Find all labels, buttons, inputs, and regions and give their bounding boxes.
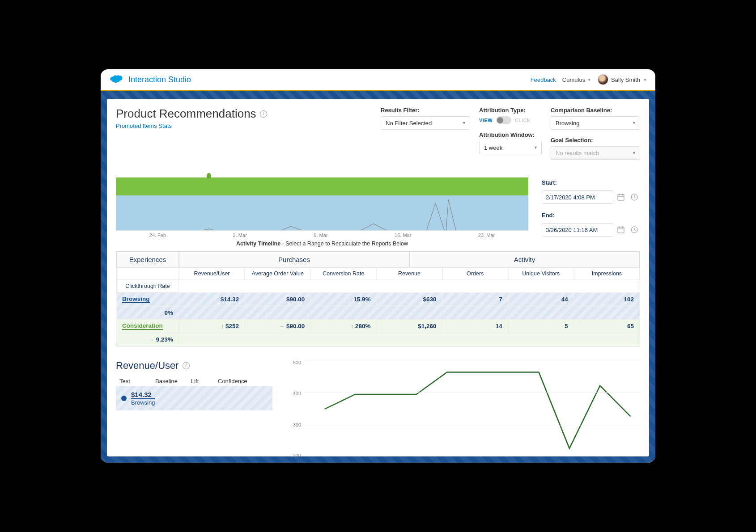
svg-rect-0 bbox=[618, 194, 624, 200]
table-col-header: Revenue bbox=[376, 267, 442, 280]
table-col-header: Average Order Value bbox=[245, 267, 310, 280]
col-spacer bbox=[116, 267, 179, 280]
calendar-icon[interactable] bbox=[615, 191, 627, 203]
chevron-down-icon: ▼ bbox=[534, 145, 538, 150]
table-cell: →$90.00 bbox=[245, 319, 310, 333]
toggle-view-label: VIEW bbox=[479, 118, 493, 123]
clock-icon[interactable] bbox=[629, 224, 640, 236]
revenue-line-chart: 500400300200 bbox=[286, 360, 640, 456]
table-cell: 5 bbox=[508, 319, 574, 333]
timeline-caption-rest: - Select a Range to Recalculate the Repo… bbox=[280, 241, 408, 247]
kpi-name: Browsing bbox=[131, 399, 155, 406]
topbar: Interaction Studio Feedback Cumulus ▼ Sa… bbox=[101, 69, 655, 91]
experience-name: Consideration bbox=[122, 322, 163, 330]
table-cell: 7 bbox=[442, 292, 508, 306]
col-experiences: Experiences bbox=[116, 252, 179, 267]
info-icon[interactable]: i bbox=[183, 362, 190, 369]
svg-rect-7 bbox=[618, 227, 624, 233]
svg-line-6 bbox=[634, 197, 636, 198]
calendar-icon[interactable] bbox=[615, 224, 627, 236]
comparison-baseline-select[interactable]: Browsing ▼ bbox=[551, 116, 640, 130]
metrics-table: Experiences Purchases Activity Revenue/U… bbox=[116, 251, 640, 346]
table-col-header: Conversion Rate bbox=[310, 267, 376, 280]
attribution-window-value: 1 week bbox=[484, 144, 502, 151]
salesforce-logo-icon bbox=[109, 74, 124, 85]
activity-timeline-chart[interactable]: 24. Feb2. Mar9. Mar16. Mar23. Mar Activi… bbox=[116, 177, 528, 247]
kpi-table: TestBaselineLiftConfidence $14.32 Browsi… bbox=[116, 376, 272, 410]
end-date-value: 3/26/2020 11:16 AM bbox=[546, 227, 598, 233]
page-title-text: Product Recommendations bbox=[116, 107, 256, 121]
goal-selection-value: No results match bbox=[556, 150, 599, 156]
timeline-tick: 9. Mar bbox=[314, 232, 327, 238]
table-cell: $90.00 bbox=[245, 292, 310, 306]
results-filter-value: No Filter Selected bbox=[386, 120, 432, 127]
results-filter-select[interactable]: No Filter Selected ▼ bbox=[381, 116, 470, 130]
y-tick: 400 bbox=[286, 391, 301, 396]
toggle-click-label: CLICK bbox=[515, 118, 531, 123]
start-date-value: 2/17/2020 4:08 PM bbox=[546, 194, 595, 201]
chevron-down-icon: ▼ bbox=[632, 121, 636, 125]
table-col-header: Orders bbox=[442, 267, 508, 280]
decorative-strip bbox=[101, 91, 655, 99]
results-filter-label: Results Filter: bbox=[381, 107, 470, 114]
info-icon[interactable]: i bbox=[260, 110, 267, 118]
timeline-tick: 24. Feb bbox=[149, 232, 166, 238]
kpi-title: Revenue/User i bbox=[116, 360, 272, 372]
table-row[interactable]: Consideration↑$252→$90.00↑280%$1,2601456… bbox=[116, 319, 640, 346]
table-cell: 102 bbox=[574, 292, 640, 306]
kpi-col-header: Test bbox=[119, 378, 155, 384]
series-dot-icon bbox=[121, 396, 127, 401]
table-cell: ↑$252 bbox=[179, 319, 245, 333]
end-date-input[interactable]: 3/26/2020 11:16 AM bbox=[542, 223, 613, 236]
y-tick: 200 bbox=[286, 453, 301, 456]
table-cell: ↑280% bbox=[310, 319, 376, 333]
table-cell: 15.9% bbox=[310, 292, 376, 306]
timeline-caption: Activity Timeline - Select a Range to Re… bbox=[116, 241, 528, 247]
avatar bbox=[598, 74, 608, 85]
kpi-col-header: Baseline bbox=[155, 378, 191, 384]
table-cell: $14.32 bbox=[179, 292, 245, 306]
chevron-down-icon: ▼ bbox=[632, 151, 636, 155]
experience-name: Browsing bbox=[122, 296, 150, 303]
end-label: End: bbox=[542, 212, 640, 219]
goal-selection-select[interactable]: No results match ▼ bbox=[551, 146, 640, 160]
org-picker[interactable]: Cumulus ▼ bbox=[562, 76, 591, 83]
timeline-caption-bold: Activity Timeline bbox=[236, 241, 280, 247]
table-col-header: Unique Visitors bbox=[508, 267, 574, 280]
table-row[interactable]: Browsing$14.32$90.0015.9%$6307441020% bbox=[116, 292, 640, 319]
table-cell: 14 bbox=[442, 319, 508, 333]
chevron-down-icon: ▼ bbox=[643, 77, 647, 82]
attribution-window-label: Attribution Window: bbox=[479, 131, 542, 138]
promoted-items-link[interactable]: Promoted Items Stats bbox=[116, 122, 172, 129]
feedback-link[interactable]: Feedback bbox=[531, 76, 556, 83]
attribution-window-select[interactable]: 1 week ▼ bbox=[479, 141, 542, 154]
main-content: Product Recommendations i Promoted Items… bbox=[107, 99, 649, 456]
comparison-baseline-label: Comparison Baseline: bbox=[551, 107, 640, 114]
timeline-spikes bbox=[116, 195, 528, 230]
table-cell: 0% bbox=[116, 306, 179, 319]
kpi-title-text: Revenue/User bbox=[116, 360, 179, 372]
app-window: Interaction Studio Feedback Cumulus ▼ Sa… bbox=[101, 69, 655, 463]
user-menu[interactable]: Sally Smith ▼ bbox=[598, 74, 647, 85]
table-col-header: Clickthrough Rate bbox=[116, 280, 179, 292]
timeline-tick: 16. Mar bbox=[395, 232, 411, 238]
attribution-toggle[interactable] bbox=[496, 116, 511, 124]
table-col-header: Revenue/User bbox=[179, 267, 245, 280]
attribution-type-label: Attribution Type: bbox=[479, 107, 542, 114]
start-label: Start: bbox=[542, 179, 640, 186]
kpi-col-header: Lift bbox=[191, 378, 218, 384]
table-cell: 65 bbox=[574, 319, 640, 333]
start-date-input[interactable]: 2/17/2020 4:08 PM bbox=[542, 190, 613, 204]
org-name: Cumulus bbox=[562, 76, 585, 83]
table-cell: 44 bbox=[508, 292, 574, 306]
arrow-up-icon: ↑ bbox=[351, 323, 353, 329]
table-cell: $630 bbox=[376, 292, 442, 306]
svg-line-13 bbox=[634, 230, 636, 231]
timeline-tick: 2. Mar bbox=[233, 232, 247, 238]
y-tick: 500 bbox=[286, 360, 301, 365]
clock-icon[interactable] bbox=[629, 191, 640, 203]
comparison-baseline-value: Browsing bbox=[556, 120, 579, 127]
table-cell: $1,260 bbox=[376, 319, 442, 333]
kpi-row-browsing[interactable]: $14.32 Browsing bbox=[116, 386, 272, 410]
chevron-down-icon: ▼ bbox=[462, 121, 466, 125]
